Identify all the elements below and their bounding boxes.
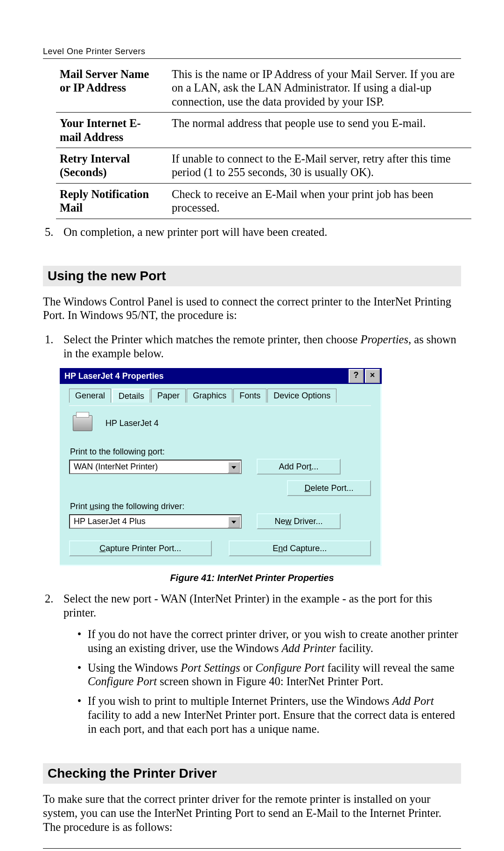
bullet-icon: • (71, 694, 88, 736)
step-2: 2. Select the new port - WAN (InterNet P… (43, 592, 461, 620)
new-driver-button[interactable]: New Driver... (257, 513, 341, 529)
list-number: 2. (43, 592, 63, 620)
list-number: 5. (43, 226, 63, 239)
row-label: Retry Interval (Seconds) (56, 148, 168, 183)
section2-para: To make sure that the correct printer dr… (43, 792, 461, 834)
row-desc: This is the name or IP Address of your M… (168, 64, 471, 113)
tab-panel-details: HP LaserJet 4 Print to the following por… (69, 405, 371, 556)
section-heading-checking-driver: Checking the Printer Driver (43, 763, 461, 784)
running-header: Level One Printer Servers (43, 47, 461, 59)
tab-device-options[interactable]: Device Options (267, 389, 336, 403)
list-text: Select the new port - WAN (InterNet Prin… (63, 592, 461, 620)
definitions-table: Mail Server Name or IP Address This is t… (56, 64, 471, 219)
printer-name-label: HP LaserJet 4 (105, 418, 159, 428)
capture-port-button[interactable]: Capture Printer Port... (69, 540, 212, 556)
list-number: 1. (43, 333, 63, 361)
figure-caption: Figure 41: InterNet Printer Properties (43, 573, 461, 583)
tab-paper[interactable]: Paper (151, 389, 186, 403)
dialog-title: HP LaserJet 4 Properties (64, 368, 347, 384)
row-label: Mail Server Name or IP Address (56, 64, 168, 113)
port-combo[interactable]: WAN (InterNet Printer) (69, 460, 242, 474)
tab-graphics[interactable]: Graphics (187, 389, 232, 403)
driver-combo[interactable]: HP LaserJet 4 Plus (69, 514, 242, 529)
section-intro: The Windows Control Panel is used to con… (43, 295, 461, 323)
list-text: On completion, a new printer port will h… (63, 226, 461, 239)
printer-icon (73, 415, 92, 431)
bullet-item: • If you wish to print to multiple Inter… (71, 694, 461, 736)
bullet-icon: • (71, 661, 88, 689)
dialog-body: General Details Paper Graphics Fonts Dev… (60, 384, 382, 566)
list-text: Select the Printer which matches the rem… (63, 333, 461, 361)
tab-general[interactable]: General (69, 389, 111, 403)
bullet-item: • Using the Windows Port Settings or Con… (71, 661, 461, 689)
chevron-down-icon[interactable] (228, 516, 240, 528)
row-desc: Check to receive an E-Mail when your pri… (168, 183, 471, 219)
properties-dialog: HP LaserJet 4 Properties ? × General Det… (60, 368, 382, 566)
add-port-button[interactable]: Add Port... (257, 459, 341, 475)
end-capture-button[interactable]: End Capture... (229, 540, 371, 556)
page-footer: - 52 - (43, 848, 461, 851)
section-heading-using-new-port: Using the new Port (43, 266, 461, 286)
row-label: Your Internet E-mail Address (56, 113, 168, 148)
tab-strip: General Details Paper Graphics Fonts Dev… (69, 389, 371, 403)
bullet-item: • If you do not have the correct printer… (71, 627, 461, 655)
step-1: 1. Select the Printer which matches the … (43, 333, 461, 361)
delete-port-button[interactable]: Delete Port... (287, 480, 371, 496)
help-icon[interactable]: ? (349, 369, 364, 383)
close-icon[interactable]: × (365, 369, 380, 383)
tab-details[interactable]: Details (112, 389, 150, 403)
row-desc: The normal address that people use to se… (168, 113, 471, 148)
row-desc: If unable to connect to the E-Mail serve… (168, 148, 471, 183)
driver-label: Print using the following driver: (70, 502, 371, 511)
tab-fonts[interactable]: Fonts (233, 389, 266, 403)
port-label: Print to the following port: (70, 447, 371, 457)
row-label: Reply Notification Mail (56, 183, 168, 219)
bullet-icon: • (71, 627, 88, 655)
titlebar: HP LaserJet 4 Properties ? × (60, 368, 382, 384)
port-combo-value: WAN (InterNet Printer) (74, 462, 158, 472)
step-5: 5. On completion, a new printer port wil… (43, 226, 461, 239)
driver-combo-value: HP LaserJet 4 Plus (74, 517, 146, 526)
chevron-down-icon[interactable] (228, 461, 240, 473)
